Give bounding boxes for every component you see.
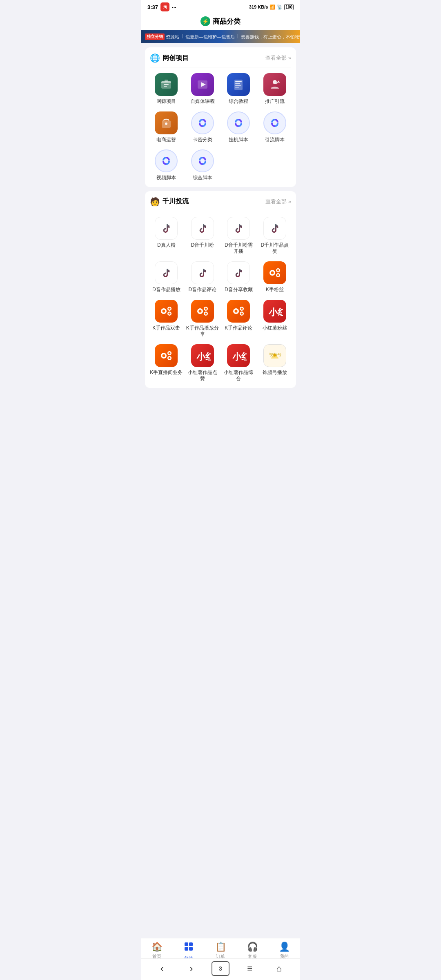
svg-point-31 <box>163 310 165 312</box>
list-item[interactable]: 小红书 小红薯作品点赞 <box>186 344 219 382</box>
list-item[interactable]: 综合脚本 <box>186 149 219 181</box>
svg-rect-11 <box>235 87 239 88</box>
svg-rect-23 <box>231 265 246 281</box>
view-all-qianchuan[interactable]: 查看全部 » <box>265 198 291 205</box>
list-item[interactable]: 电商运营 <box>150 111 183 143</box>
svg-point-45 <box>241 307 243 310</box>
svg-rect-9 <box>235 83 240 84</box>
icon-label-ks4: K手作品评论 <box>225 325 252 332</box>
app-icon: 淘 <box>160 2 169 11</box>
list-item[interactable]: 挂机脚本 <box>222 111 255 143</box>
list-item[interactable]: K手作品评论 <box>222 300 255 338</box>
icon-label-guaji: 挂机脚本 <box>229 137 248 143</box>
icon-label-zonghejb: 综合脚本 <box>193 175 212 181</box>
icon-label-zonghe: 综合教程 <box>229 98 248 105</box>
icon-zonghe <box>227 73 250 96</box>
status-bar: 3:37 淘 ··· 319 KB/s 📶 📡 100 <box>141 0 300 13</box>
icon-label-tt7: D音分享收藏 <box>225 287 253 293</box>
header-icon: ⚡ <box>200 16 210 26</box>
icon-guaji <box>227 111 250 134</box>
svg-rect-20 <box>267 220 283 236</box>
list-item[interactable]: D音千川粉 <box>186 217 219 255</box>
scroll-area: 🌐 网创项目 查看全部 » 网赚项目 <box>141 43 300 445</box>
icon-label-tt4: D千川作品点赞 <box>258 242 292 255</box>
icon-label-ks5: K手直播间业务 <box>150 370 183 376</box>
list-item[interactable]: 引流脚本 <box>258 111 292 143</box>
list-item[interactable]: D音千川粉需开播 <box>222 217 255 255</box>
divider-wangchuang <box>150 67 291 67</box>
page-title: 商品分类 <box>213 17 241 26</box>
list-item[interactable]: K手粉丝 <box>258 261 292 293</box>
divider-qianchuan <box>150 211 291 211</box>
icon-tiktok-5 <box>155 261 178 284</box>
icon-label-spb: 饰频号播放 <box>263 370 287 376</box>
svg-rect-18 <box>195 220 210 236</box>
icon-label-xhs2: 小红薯作品点赞 <box>186 370 219 382</box>
list-item[interactable]: 自媒体课程 <box>186 73 219 105</box>
icon-xhs-2: 小红书 <box>191 344 214 367</box>
icon-wangzhuan <box>155 73 178 96</box>
icon-label-tt1: D真人粉 <box>157 242 176 249</box>
svg-rect-17 <box>158 220 174 236</box>
list-item[interactable]: 卡密分类 <box>186 111 219 143</box>
list-item[interactable]: K手作品播放分享 <box>186 300 219 338</box>
list-item[interactable]: 视频号 饰频号播放 <box>258 344 292 382</box>
icon-label-wangzhuan: 网赚项目 <box>156 98 176 105</box>
svg-point-25 <box>271 271 274 274</box>
icon-shipinhao: 视频号 <box>263 344 286 367</box>
status-right: 319 KB/s 📶 📡 100 <box>249 4 294 10</box>
icon-label-dianshang: 电商运营 <box>156 137 176 143</box>
icon-dianshang <box>155 111 178 134</box>
svg-point-43 <box>235 310 238 312</box>
list-item[interactable]: K手直播间业务 <box>150 344 183 382</box>
section-icon-wangchuang: 🌐 <box>150 53 160 63</box>
svg-point-50 <box>163 354 165 357</box>
list-item[interactable]: D真人粉 <box>150 217 183 255</box>
svg-rect-8 <box>235 81 242 82</box>
list-item[interactable]: 视频脚本 <box>150 149 183 181</box>
svg-point-39 <box>205 307 207 310</box>
icon-zimei <box>191 73 214 96</box>
icon-xhs-1: 小红书 <box>263 300 286 323</box>
list-item[interactable]: K手作品双击 <box>150 300 183 338</box>
svg-text:小红书: 小红书 <box>232 352 247 362</box>
icon-kuaishou-3 <box>191 300 214 323</box>
promo-banner[interactable]: 独立分销 资源站 | 包更新—包维护—包售后 | 想要赚钱，有上进心，不怕吃苦，… <box>141 30 300 43</box>
list-item[interactable]: D音作品评论 <box>186 261 219 293</box>
svg-rect-3 <box>164 86 167 87</box>
list-item[interactable]: D音作品播放 <box>150 261 183 293</box>
svg-point-54 <box>169 357 171 359</box>
svg-rect-22 <box>195 265 210 281</box>
status-left: 3:37 淘 ··· <box>147 2 176 11</box>
svg-point-27 <box>277 269 279 271</box>
svg-point-47 <box>241 312 243 314</box>
list-item[interactable]: 网赚项目 <box>150 73 183 105</box>
list-item[interactable]: 综合教程 <box>222 73 255 105</box>
icon-label-ks1: K手粉丝 <box>266 287 284 293</box>
icon-label-tt6: D音作品评论 <box>188 287 216 293</box>
view-all-wangchuang[interactable]: 查看全部 » <box>265 54 291 62</box>
svg-rect-2 <box>164 84 169 85</box>
icon-zonghejb <box>191 149 214 172</box>
signal-icon: 📶 <box>270 4 275 10</box>
svg-point-33 <box>169 307 171 310</box>
section-icon-qianchuan: 🧑 <box>150 197 160 207</box>
icon-xhs-3: 小红书 <box>227 344 250 367</box>
battery: 100 <box>284 4 294 10</box>
icon-kuaishou-5 <box>155 344 178 367</box>
icon-label-xhs1: 小红薯粉丝 <box>263 325 287 332</box>
section-wangchuang: 🌐 网创项目 查看全部 » 网赚项目 <box>145 47 296 187</box>
status-time: 3:37 <box>147 4 158 10</box>
icon-label-zimei: 自媒体课程 <box>190 98 215 105</box>
svg-rect-19 <box>231 220 246 236</box>
list-item[interactable]: 小红书 小红薯粉丝 <box>258 300 292 338</box>
list-item[interactable]: D千川作品点赞 <box>258 217 292 255</box>
svg-text:小红书: 小红书 <box>268 307 283 317</box>
icon-tuiguang <box>263 73 286 96</box>
icon-tiktok-3 <box>227 217 250 240</box>
svg-rect-21 <box>158 265 174 281</box>
list-item[interactable]: 推广引流 <box>258 73 292 105</box>
status-menu: ··· <box>172 4 176 10</box>
list-item[interactable]: 小红书 小红薯作品综合 <box>222 344 255 382</box>
list-item[interactable]: D音分享收藏 <box>222 261 255 293</box>
